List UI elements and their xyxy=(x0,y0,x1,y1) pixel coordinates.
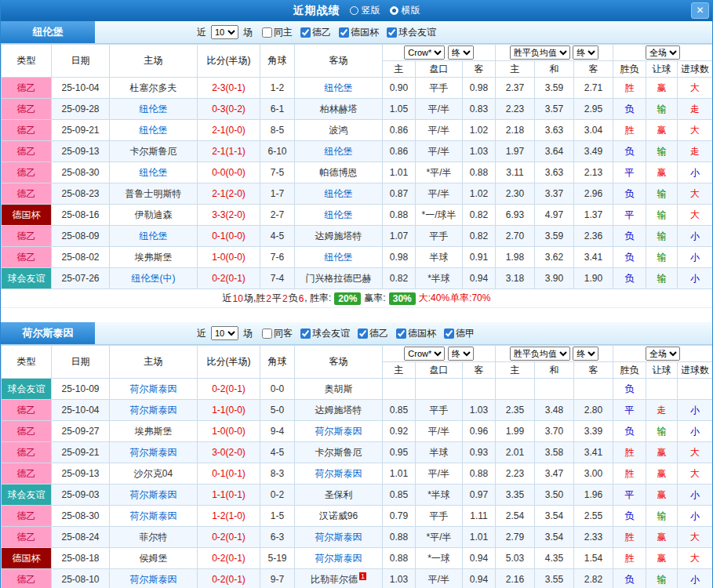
score-cell[interactable]: 2-1(1-1) xyxy=(198,141,260,162)
away-team-cell[interactable]: 纽伦堡 xyxy=(295,183,383,205)
match-row: 德乙25-08-30纽伦堡0-0(0-0)7-5帕德博恩1.01*平/半0.88… xyxy=(2,162,713,183)
home-odds-cell: 0.90 xyxy=(383,78,416,99)
checkbox-input[interactable] xyxy=(396,328,406,339)
home-team-cell[interactable]: 荷尔斯泰因 xyxy=(110,485,198,506)
checkbox-input[interactable] xyxy=(358,328,368,339)
score-cell[interactable]: 2-1(2-0) xyxy=(198,183,260,205)
score-cell[interactable]: 0-1(0-0) xyxy=(198,226,260,247)
away-team-cell[interactable]: 荷尔斯泰因 xyxy=(295,421,383,442)
final-odds-select[interactable]: 终 xyxy=(448,347,474,361)
close-button[interactable]: ✕ xyxy=(691,2,709,19)
avg-away-cell: 2.33 xyxy=(574,527,613,548)
match-count-select[interactable]: 10 xyxy=(211,25,238,39)
home-team-cell[interactable]: 纽伦堡 xyxy=(110,99,198,120)
scope-select[interactable]: 全场 xyxy=(646,347,680,361)
wdl-result-cell: 负 xyxy=(613,99,646,120)
view-radio-horizontal[interactable]: 横版 xyxy=(390,4,420,17)
score-cell[interactable]: 0-3(0-2) xyxy=(198,99,260,120)
score-cell[interactable]: 1-2(1-0) xyxy=(198,506,260,527)
league-filter-checkboxes: 同客球会友谊德乙德国杯德甲 xyxy=(262,327,475,340)
checkbox-input[interactable] xyxy=(444,328,454,339)
checkbox-input[interactable] xyxy=(262,27,272,38)
team-name: 荷尔斯泰因 xyxy=(1,322,95,344)
away-team-cell[interactable]: 纽伦堡 xyxy=(295,141,383,162)
match-count-select[interactable]: 10 xyxy=(211,326,238,340)
handicap-cell: 平手 xyxy=(416,226,463,247)
home-team-cell[interactable]: 荷尔斯泰因 xyxy=(110,379,198,400)
score-cell[interactable]: 1-1(0-1) xyxy=(198,485,260,506)
section-divider xyxy=(1,308,712,322)
away-team-cell[interactable]: 纽伦堡 xyxy=(295,205,383,226)
handicap-odds-group-header: Crow* 终 xyxy=(383,45,496,61)
score-cell[interactable]: 0-2(0-1) xyxy=(198,268,260,289)
away-team-cell: 波鸿 xyxy=(295,120,383,141)
filter-controls: 近 10 场 同客球会友谊德乙德国杯德甲 xyxy=(197,322,475,344)
away-team-cell[interactable]: 纽伦堡 xyxy=(295,78,383,99)
filter-checkbox-球会友谊[interactable]: 球会友谊 xyxy=(387,26,436,39)
goals-result-cell: 小 xyxy=(678,162,713,183)
avg-odds-select[interactable]: 胜平负均值 xyxy=(510,347,570,361)
wdl-result-cell: 胜 xyxy=(613,548,646,569)
home-team-cell[interactable]: 纽伦堡 xyxy=(110,162,198,183)
goals-result-cell: 大 xyxy=(678,183,713,205)
score-cell[interactable]: 1-0(0-0) xyxy=(198,421,260,442)
score-cell[interactable]: 1-0(0-0) xyxy=(198,247,260,268)
away-team-cell[interactable]: 荷尔斯泰因 xyxy=(295,463,383,485)
home-team-cell[interactable]: 荷尔斯泰因 xyxy=(110,442,198,463)
away-team-cell[interactable]: 荷尔斯泰因 xyxy=(295,527,383,548)
final-odds-select[interactable]: 终 xyxy=(448,45,474,60)
filter-checkbox-德乙[interactable]: 德乙 xyxy=(358,327,388,340)
score-cell[interactable]: 3-3(2-0) xyxy=(198,205,260,226)
checkbox-input[interactable] xyxy=(300,27,311,38)
filter-checkbox-德国杯[interactable]: 德国杯 xyxy=(339,26,379,39)
filter-checkbox-同主[interactable]: 同主 xyxy=(262,26,293,39)
score-cell[interactable]: 0-0(0-0) xyxy=(198,162,260,183)
bookmaker-select[interactable]: Crow* xyxy=(404,45,445,60)
checkbox-input[interactable] xyxy=(387,27,397,38)
score-cell[interactable]: 1-1(0-0) xyxy=(198,400,260,421)
checkbox-input[interactable] xyxy=(339,27,349,38)
title-bar: 近期战绩 竖版 横版 ✕ xyxy=(1,0,712,21)
home-team-cell[interactable]: 荷尔斯泰因 xyxy=(110,400,198,421)
home-team-cell[interactable]: 纽伦堡 xyxy=(110,120,198,141)
wdl-result-cell: 负 xyxy=(613,141,646,162)
score-cell[interactable]: 2-1(0-0) xyxy=(198,120,260,141)
avg-odds-select[interactable]: 胜平负均值 xyxy=(510,45,570,60)
checkbox-input[interactable] xyxy=(300,328,311,339)
home-team-cell[interactable]: 纽伦堡 xyxy=(110,226,198,247)
wdl-result-cell: 胜 xyxy=(613,527,646,548)
matches-table-nurnberg: 类型 日期 主场 比分(半场) 角球 客场 Crow* 终 胜平负均值 终 全场 xyxy=(1,44,713,289)
league-cell: 德国杯 xyxy=(2,205,52,226)
score-cell[interactable]: 0-2(0-1) xyxy=(198,569,260,588)
subcol-wdl: 胜负 xyxy=(613,61,646,78)
avg-draw-cell: 3.54 xyxy=(535,506,574,527)
away-team-cell[interactable]: 荷尔斯泰因 xyxy=(295,548,383,569)
final-avg-select[interactable]: 终 xyxy=(573,45,598,60)
corners-cell: 8-3 xyxy=(260,463,295,485)
score-cell[interactable]: 0-2(0-1) xyxy=(198,379,260,400)
score-cell[interactable]: 0-2(0-1) xyxy=(198,527,260,548)
filter-checkbox-球会友谊[interactable]: 球会友谊 xyxy=(300,327,350,340)
score-cell[interactable]: 3-0(2-0) xyxy=(198,442,260,463)
checkbox-input[interactable] xyxy=(262,328,272,339)
filter-checkbox-同客[interactable]: 同客 xyxy=(262,327,293,340)
home-team-cell[interactable]: 荷尔斯泰因 xyxy=(110,569,198,588)
view-radio-vertical[interactable]: 竖版 xyxy=(350,4,380,17)
filter-checkbox-德国杯[interactable]: 德国杯 xyxy=(396,327,436,340)
score-cell[interactable]: 2-3(0-1) xyxy=(198,78,260,99)
goals-result-cell: 走 xyxy=(678,141,713,162)
match-row: 德乙25-08-30荷尔斯泰因1-2(1-0)1-5汉诺威960.79平手1.1… xyxy=(2,506,713,527)
match-row: 德乙25-08-09纽伦堡0-1(0-0)4-5达姆施塔特1.07平手0.822… xyxy=(2,226,713,247)
score-cell[interactable]: 0-2(0-1) xyxy=(198,548,260,569)
bookmaker-select[interactable]: Crow* xyxy=(404,347,445,361)
match-row: 德乙25-08-24菲尔特0-2(0-1)6-3荷尔斯泰因0.88*平/半1.0… xyxy=(2,527,713,548)
home-team-cell[interactable]: 纽伦堡(中) xyxy=(110,268,198,289)
final-avg-select[interactable]: 终 xyxy=(573,347,598,361)
handicap-cell: *一球 xyxy=(416,548,463,569)
score-cell[interactable]: 0-1(0-1) xyxy=(198,463,260,485)
away-team-cell[interactable]: 纽伦堡 xyxy=(295,247,383,268)
filter-checkbox-德乙[interactable]: 德乙 xyxy=(300,26,331,39)
scope-select[interactable]: 全场 xyxy=(646,45,680,60)
filter-checkbox-德甲[interactable]: 德甲 xyxy=(444,327,475,340)
home-team-cell[interactable]: 荷尔斯泰因 xyxy=(110,506,198,527)
